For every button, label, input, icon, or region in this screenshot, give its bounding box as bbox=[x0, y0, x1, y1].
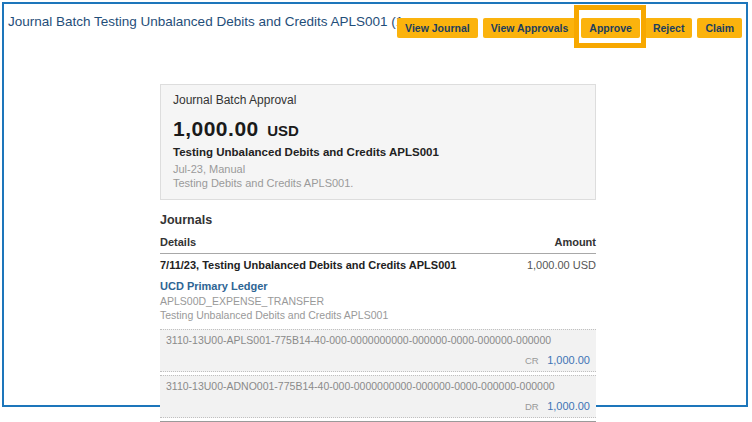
journals-table: Details Amount 7/11/23, Testing Unbalanc… bbox=[160, 234, 596, 422]
page-frame: Journal Batch Testing Unbalanced Debits … bbox=[2, 2, 748, 407]
action-toolbar: View Journal View Approvals Approve Reje… bbox=[397, 18, 742, 38]
credit-indicator: CR bbox=[525, 355, 539, 366]
page-title: Journal Batch Testing Unbalanced Debits … bbox=[8, 14, 421, 29]
journal-row-details: 7/11/23, Testing Unbalanced Debits and C… bbox=[160, 259, 456, 271]
view-approvals-button[interactable]: View Approvals bbox=[483, 18, 577, 38]
card-amount-value: 1,000.00 bbox=[173, 117, 259, 140]
card-period-source: Jul-23, Manual bbox=[173, 163, 583, 175]
approve-button-wrapper: Approve bbox=[581, 18, 640, 38]
card-description: Testing Debits and Credits APLS001. bbox=[173, 177, 583, 189]
ledger-link[interactable]: UCD Primary Ledger bbox=[160, 280, 596, 292]
debit-indicator: DR bbox=[525, 401, 539, 412]
line-amount-value: 1,000.00 bbox=[547, 400, 590, 412]
amount-column-header: Amount bbox=[554, 236, 596, 248]
journals-heading: Journals bbox=[160, 213, 596, 227]
page-header: Journal Batch Testing Unbalanced Debits … bbox=[4, 4, 746, 48]
line-amount-value: 1,000.00 bbox=[547, 354, 590, 366]
claim-button[interactable]: Claim bbox=[697, 18, 742, 38]
journal-row-amount: 1,000.00 USD bbox=[527, 259, 596, 271]
approve-button[interactable]: Approve bbox=[581, 18, 640, 38]
journal-line-row: 3110-13U00-ADNO001-775B14-40-000-0000000… bbox=[160, 375, 596, 418]
main-content: Journal Batch Approval 1,000.00 USD Test… bbox=[160, 84, 596, 422]
view-journal-button[interactable]: View Journal bbox=[397, 18, 478, 38]
card-amount-currency: USD bbox=[267, 122, 299, 139]
line-amount: CR 1,000.00 bbox=[166, 350, 590, 368]
journal-batch-approval-card: Journal Batch Approval 1,000.00 USD Test… bbox=[160, 84, 596, 200]
journal-row: 7/11/23, Testing Unbalanced Debits and C… bbox=[160, 254, 596, 277]
ledger-description: Testing Unbalanced Debits and Credits AP… bbox=[160, 309, 596, 321]
ledger-category: APLS00D_EXPENSE_TRANSFER bbox=[160, 295, 596, 307]
details-column-header: Details bbox=[160, 236, 196, 248]
account-string: 3110-13U00-APLS001-775B14-40-000-0000000… bbox=[166, 334, 590, 346]
reject-button[interactable]: Reject bbox=[645, 18, 693, 38]
journals-table-header: Details Amount bbox=[160, 234, 596, 254]
card-batch-name: Testing Unbalanced Debits and Credits AP… bbox=[173, 146, 583, 158]
ledger-block: UCD Primary Ledger APLS00D_EXPENSE_TRANS… bbox=[160, 280, 596, 321]
account-string: 3110-13U00-ADNO001-775B14-40-000-0000000… bbox=[166, 380, 590, 392]
line-amount: DR 1,000.00 bbox=[166, 396, 590, 414]
card-title: Journal Batch Approval bbox=[173, 93, 583, 107]
card-amount: 1,000.00 USD bbox=[173, 117, 583, 141]
journal-line-row: 3110-13U00-APLS001-775B14-40-000-0000000… bbox=[160, 329, 596, 372]
